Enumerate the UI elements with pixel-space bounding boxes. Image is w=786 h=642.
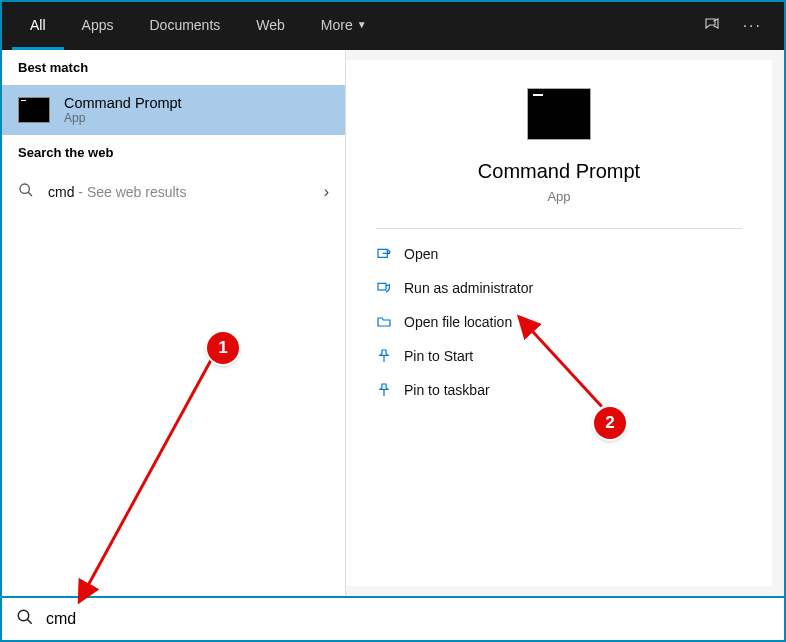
open-icon [376,246,404,262]
action-open-file-location[interactable]: Open file location [376,305,742,339]
pin-icon [376,348,404,364]
action-run-as-administrator[interactable]: Run as administrator [376,271,742,305]
results-pane: Best match Command Prompt App Search the… [2,50,346,596]
action-pin-to-taskbar[interactable]: Pin to taskbar [376,373,742,407]
svg-point-0 [20,184,29,193]
search-web-header: Search the web [2,135,345,170]
tab-apps[interactable]: Apps [64,2,132,50]
shield-admin-icon [376,280,404,296]
divider [376,228,742,229]
search-icon [16,608,34,630]
web-result-row[interactable]: cmd - See web results › [2,170,345,214]
best-match-title: Command Prompt [64,95,182,111]
chevron-down-icon: ▼ [357,19,367,30]
action-open[interactable]: Open [376,237,742,271]
folder-icon [376,314,404,330]
preview-pane: Command Prompt App Open Run as administr… [346,60,772,586]
tab-all[interactable]: All [12,2,64,50]
preview-subtitle: App [547,189,570,204]
action-list: Open Run as administrator Open file loca… [376,237,742,407]
best-match-result[interactable]: Command Prompt App [2,85,345,135]
cmd-prompt-icon [18,97,50,123]
search-bar[interactable] [2,596,784,640]
search-input[interactable] [46,610,770,628]
preview-title: Command Prompt [478,160,640,183]
action-label: Open [404,246,438,262]
search-icon [18,182,36,202]
feedback-icon[interactable] [703,16,721,37]
best-match-header: Best match [2,50,345,85]
tab-strip: All Apps Documents Web More▼ [12,2,703,50]
tab-web[interactable]: Web [238,2,303,50]
action-label: Pin to taskbar [404,382,490,398]
svg-line-1 [28,192,32,196]
cmd-prompt-icon [527,88,591,140]
web-result-text: cmd - See web results [48,184,324,200]
action-label: Pin to Start [404,348,473,364]
svg-line-7 [27,619,32,624]
tab-documents[interactable]: Documents [131,2,238,50]
svg-rect-3 [378,283,386,290]
tab-more[interactable]: More▼ [303,2,385,50]
options-icon[interactable]: ··· [743,17,762,35]
best-match-subtitle: App [64,111,182,125]
chevron-right-icon: › [324,183,329,201]
action-label: Open file location [404,314,512,330]
top-tab-bar: All Apps Documents Web More▼ ··· [2,2,784,50]
action-pin-to-start[interactable]: Pin to Start [376,339,742,373]
action-label: Run as administrator [404,280,533,296]
pin-icon [376,382,404,398]
svg-point-6 [18,610,29,621]
